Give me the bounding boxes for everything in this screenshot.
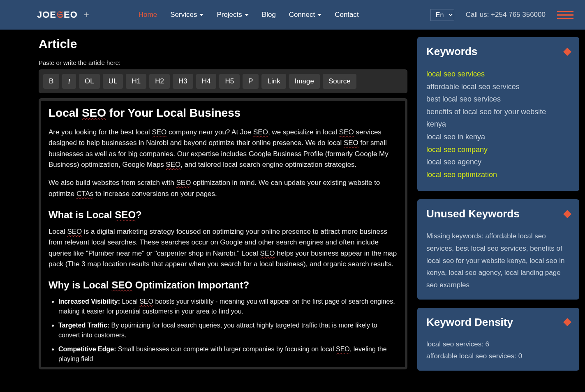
article-paragraph: Local SEO is a digital marketing strateg… — [49, 226, 398, 270]
list-item: Targeted Traffic: By optimizing for loca… — [58, 321, 398, 340]
keyword-density-panel: Keyword Density local seo services: 6aff… — [417, 308, 579, 371]
language-select[interactable]: En — [430, 9, 454, 21]
list-item: Increased Visibility: Local SEO boosts y… — [58, 297, 398, 316]
page-title: Article — [39, 37, 407, 51]
keyword-item[interactable]: benefits of local seo for your website k… — [426, 106, 568, 131]
toolbar-p-button[interactable]: P — [243, 74, 259, 89]
editor-prompt-label: Paste or write the article here: — [39, 59, 407, 66]
density-line: affordable local seo services: 0 — [426, 350, 570, 362]
header-right: En Call us: +254 765 356000 — [430, 9, 573, 21]
article-heading-2: What is Local SEO? — [49, 209, 398, 221]
toolbar-ol-button[interactable]: OL — [79, 74, 100, 89]
article-list: Increased Visibility: Local SEO boosts y… — [49, 297, 398, 364]
keyword-item[interactable]: best local seo services — [426, 93, 568, 106]
sidebar-column: Keywords local seo servicesaffordable lo… — [417, 37, 579, 392]
panel-title: Unused Keywords — [426, 208, 520, 220]
toolbar-i-button[interactable]: I — [62, 74, 76, 89]
nav-item-blog[interactable]: Blog — [262, 11, 276, 19]
unused-keywords-panel: Unused Keywords Missing keywords: afford… — [417, 199, 579, 300]
keyword-item[interactable]: local seo in kenya — [426, 131, 568, 143]
keyword-item[interactable]: local seo optimization — [426, 168, 568, 181]
keywords-list[interactable]: local seo servicesaffordable local seo s… — [426, 68, 570, 183]
panel-title: Keyword Density — [426, 316, 513, 329]
main-nav: HomeServicesProjectsBlogConnectContact — [139, 11, 430, 19]
article-heading-1: Local SEO for Your Local Business — [49, 106, 398, 120]
nav-item-connect[interactable]: Connect — [289, 11, 321, 19]
diamond-icon — [563, 210, 571, 218]
logo-text: JOE𝔖EO — [37, 9, 78, 20]
density-list: local seo services: 6affordable local se… — [426, 339, 570, 362]
list-item: Competitive Edge: Small businesses can c… — [58, 344, 398, 364]
toolbar-h1-button[interactable]: H1 — [126, 74, 146, 89]
keywords-panel: Keywords local seo servicesaffordable lo… — [417, 37, 579, 191]
editor-toolbar: BIOLULH1H2H3H4H5PLinkImageSource — [39, 69, 407, 93]
toolbar-ul-button[interactable]: UL — [103, 74, 123, 89]
article-column: Article Paste or write the article here:… — [39, 37, 407, 392]
article-paragraph: We also build websites from scratch with… — [49, 178, 398, 199]
keyword-item[interactable]: local seo agency — [426, 156, 568, 168]
diamond-icon — [563, 48, 571, 56]
panel-title: Keywords — [426, 45, 477, 58]
keyword-item[interactable]: affordable local seo services — [426, 81, 568, 93]
toolbar-link-button[interactable]: Link — [261, 74, 286, 89]
hamburger-menu-icon[interactable] — [557, 11, 573, 19]
logo[interactable]: JOE𝔖EO + — [37, 9, 89, 21]
article-paragraph: Are you looking for the best local SEO c… — [49, 127, 398, 170]
caret-down-icon — [317, 14, 321, 16]
unused-keywords-body: Missing keywords: affordable local seo s… — [426, 230, 570, 291]
call-us-text: Call us: +254 765 356000 — [466, 11, 546, 19]
keyword-item[interactable]: local seo services — [426, 68, 568, 81]
caret-down-icon — [199, 14, 203, 16]
nav-item-home[interactable]: Home — [139, 11, 157, 19]
toolbar-b-button[interactable]: B — [43, 74, 59, 89]
nav-item-contact[interactable]: Contact — [335, 11, 359, 19]
editor-area[interactable]: Local SEO for Your Local Business Are yo… — [39, 98, 407, 369]
keyword-item[interactable]: local seo company — [426, 143, 568, 156]
app-header: JOE𝔖EO + HomeServicesProjectsBlogConnect… — [0, 0, 585, 30]
nav-item-projects[interactable]: Projects — [217, 11, 248, 19]
density-line: local seo services: 6 — [426, 339, 570, 350]
article-heading-2: Why is Local SEO Optimization Important? — [49, 279, 398, 291]
toolbar-image-button[interactable]: Image — [289, 74, 320, 89]
nav-item-services[interactable]: Services — [170, 11, 203, 19]
caret-down-icon — [245, 14, 249, 16]
toolbar-h3-button[interactable]: H3 — [173, 74, 193, 89]
toolbar-h2-button[interactable]: H2 — [149, 74, 170, 89]
toolbar-h5-button[interactable]: H5 — [219, 74, 240, 89]
plus-icon[interactable]: + — [83, 9, 89, 21]
editor-content[interactable]: Local SEO for Your Local Business Are yo… — [49, 106, 398, 364]
toolbar-h4-button[interactable]: H4 — [196, 74, 217, 89]
diamond-icon — [563, 318, 571, 326]
toolbar-source-button[interactable]: Source — [323, 74, 356, 89]
